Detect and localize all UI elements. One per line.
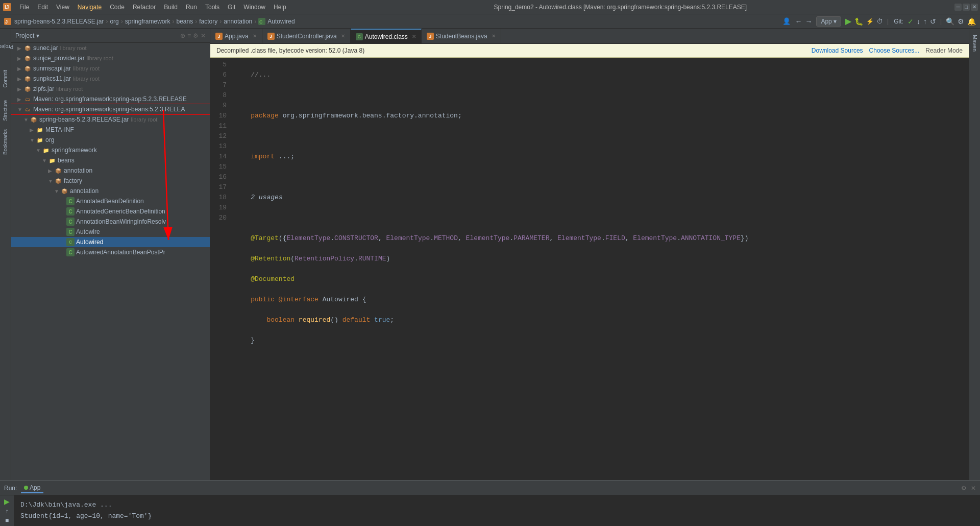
run-config-select[interactable]: App ▾: [816, 16, 841, 27]
back-button[interactable]: ←: [795, 17, 802, 26]
tab-close-student-controller[interactable]: ✕: [341, 33, 345, 39]
breadcrumb-beans[interactable]: beans: [176, 18, 193, 25]
tree-item-spring-aop[interactable]: ▶ 🗂 Maven: org.springframework:spring-ao…: [11, 94, 210, 104]
tree-item-autowired-annotation-post[interactable]: C AutowiredAnnotationBeanPostPr: [11, 247, 210, 257]
tree-label-zipfs: zipfs.jar: [33, 85, 54, 92]
menu-refactor[interactable]: Refactor: [129, 0, 160, 14]
tree-item-sunjce[interactable]: ▶ 📦 sunjce_provider.jar library root: [11, 53, 210, 63]
menu-tools[interactable]: Tools: [201, 0, 224, 14]
menu-help[interactable]: Help: [270, 0, 290, 14]
tree-item-autowire[interactable]: C Autowire: [11, 227, 210, 237]
run-play-button[interactable]: ▶: [4, 497, 10, 506]
search-everywhere-button[interactable]: 🔍: [946, 17, 954, 26]
run-button[interactable]: ▶: [845, 16, 851, 26]
run-rerun-button[interactable]: ↑: [6, 508, 9, 515]
menu-bar: IJ File Edit View Navigate Code Refactor…: [0, 0, 980, 14]
tree-item-sunpkcs11[interactable]: ▶ 📦 sunpkcs11.jar library root: [11, 74, 210, 84]
left-sidebar-commit[interactable]: Commit: [1, 74, 11, 84]
tab-close-app-java[interactable]: ✕: [253, 33, 257, 39]
run-tab-app[interactable]: App: [21, 483, 43, 493]
vcs-icon[interactable]: 👤: [782, 17, 791, 25]
project-settings-icon[interactable]: ⚙: [193, 32, 199, 39]
tree-item-annotated-bean-def[interactable]: C AnnotatedBeanDefinition: [11, 196, 210, 206]
settings-button[interactable]: ⚙: [958, 17, 964, 26]
project-close-icon[interactable]: ✕: [201, 32, 206, 39]
profile-button[interactable]: ⏱: [877, 18, 883, 25]
line-num-18: 18: [214, 193, 227, 203]
tab-autowired-class[interactable]: C Autowired.class ✕: [351, 29, 422, 44]
git-update-button[interactable]: ↓: [917, 17, 920, 26]
tree-item-annotation-wiring[interactable]: C AnnotationBeanWiringInfoResolv: [11, 217, 210, 227]
tree-item-factory[interactable]: ▼ 📦 factory: [11, 176, 210, 186]
run-close-icon[interactable]: ✕: [971, 485, 976, 492]
tree-item-springframework[interactable]: ▼ 📁 springframework: [11, 145, 210, 155]
tab-close-autowired-class[interactable]: ✕: [412, 34, 416, 39]
reader-mode-link[interactable]: Reader Mode: [925, 47, 963, 54]
breadcrumb-factory[interactable]: factory: [199, 18, 217, 25]
git-push-button[interactable]: ↑: [923, 17, 927, 26]
line-num-11: 11: [214, 121, 227, 131]
run-stop-button[interactable]: ■: [5, 517, 9, 524]
code-line-5: //...: [235, 70, 965, 80]
project-collapse-icon[interactable]: ≡: [187, 32, 191, 39]
svg-text:J: J: [5, 19, 8, 25]
tree-item-sunmscapi[interactable]: ▶ 📦 sunmscapi.jar library root: [11, 63, 210, 74]
git-label: Git:: [894, 18, 903, 25]
download-sources-link[interactable]: Download Sources: [812, 47, 863, 54]
line-num-15: 15: [214, 162, 227, 172]
right-sidebar-maven[interactable]: Maven: [971, 31, 979, 56]
tree-label-spring-beans: Maven: org.springframework:spring-beans:…: [33, 106, 185, 113]
tree-item-sunec[interactable]: ▶ 📦 sunec.jar library root: [11, 43, 210, 53]
tab-student-controller[interactable]: J StudentController.java ✕: [262, 29, 351, 44]
tree-item-beans[interactable]: ▼ 📁 beans: [11, 155, 210, 165]
tab-app-java[interactable]: J App.java ✕: [210, 29, 262, 44]
git-history-button[interactable]: ↺: [930, 17, 936, 26]
tree-label-annotation-pkg: annotation: [64, 167, 92, 174]
menu-build[interactable]: Build: [160, 0, 182, 14]
menu-edit[interactable]: Edit: [33, 0, 52, 14]
tab-student-beans[interactable]: J StudentBeans.java ✕: [422, 29, 501, 44]
tree-item-factory-annotation[interactable]: ▼ 📦 annotation: [11, 186, 210, 196]
menu-window[interactable]: Window: [239, 0, 270, 14]
breadcrumb-org[interactable]: org: [110, 18, 118, 25]
tab-close-student-beans[interactable]: ✕: [492, 33, 496, 39]
menu-code[interactable]: Code: [106, 0, 129, 14]
git-check-button[interactable]: ✓: [908, 17, 914, 26]
tree-item-org[interactable]: ▼ 📁 org: [11, 135, 210, 145]
tree-label-meta-inf: META-INF: [45, 126, 74, 133]
project-locate-icon[interactable]: ⊕: [180, 32, 185, 39]
tree-item-zipfs[interactable]: ▶ 📦 zipfs.jar library root: [11, 84, 210, 94]
code-editor[interactable]: 5 6 7 8 9 10 11 12 13 14 15 16 17 18 19 …: [210, 58, 969, 480]
breadcrumb-jar[interactable]: spring-beans-5.2.3.RELEASE.jar: [14, 18, 104, 25]
menu-git[interactable]: Git: [224, 0, 239, 14]
tree-item-annotated-generic-bean[interactable]: C AnnotatedGenericBeanDefinition: [11, 206, 210, 217]
separator-2: |: [940, 18, 942, 25]
project-panel-header: Project ▾ ⊕ ≡ ⚙ ✕: [11, 29, 210, 43]
tree-item-autowired[interactable]: C Autowired: [11, 237, 210, 247]
maximize-button[interactable]: □: [963, 4, 970, 11]
coverage-button[interactable]: ⚡: [866, 18, 874, 25]
run-output-student: Student{id=1, age=10, name='Tom'}: [20, 511, 974, 522]
menu-navigate[interactable]: Navigate: [74, 0, 106, 14]
choose-sources-link[interactable]: Choose Sources...: [869, 47, 920, 54]
debug-button[interactable]: 🐛: [854, 17, 863, 26]
notifications-button[interactable]: 🔔: [967, 17, 976, 26]
run-settings-icon[interactable]: ⚙: [961, 485, 967, 492]
tree-item-annotation-pkg[interactable]: ▶ 📦 annotation: [11, 165, 210, 176]
menu-run[interactable]: Run: [182, 0, 201, 14]
forward-button[interactable]: →: [805, 17, 812, 26]
tree-item-spring-beans-jar[interactable]: ▼ 📦 spring-beans-5.2.3.RELEASE.jar libra…: [11, 114, 210, 125]
close-button[interactable]: ✕: [971, 4, 978, 11]
tree-item-spring-beans[interactable]: ▼ 🗂 Maven: org.springframework:spring-be…: [11, 104, 210, 114]
left-sidebar-structure[interactable]: Structure: [1, 105, 11, 115]
left-sidebar-bookmarks[interactable]: Bookmarks: [1, 137, 11, 147]
breadcrumb-annotation[interactable]: annotation: [224, 18, 252, 25]
tree-label-org: org: [45, 136, 54, 144]
window-title: Spring_demo2 - Autowired.class [Maven: o…: [290, 4, 950, 11]
menu-view[interactable]: View: [52, 0, 74, 14]
menu-file[interactable]: File: [15, 0, 33, 14]
tree-item-meta-inf[interactable]: ▶ 📁 META-INF: [11, 125, 210, 135]
left-sidebar-project[interactable]: Project: [0, 42, 21, 52]
minimize-button[interactable]: ─: [954, 4, 962, 11]
breadcrumb-springframework[interactable]: springframework: [125, 18, 170, 25]
